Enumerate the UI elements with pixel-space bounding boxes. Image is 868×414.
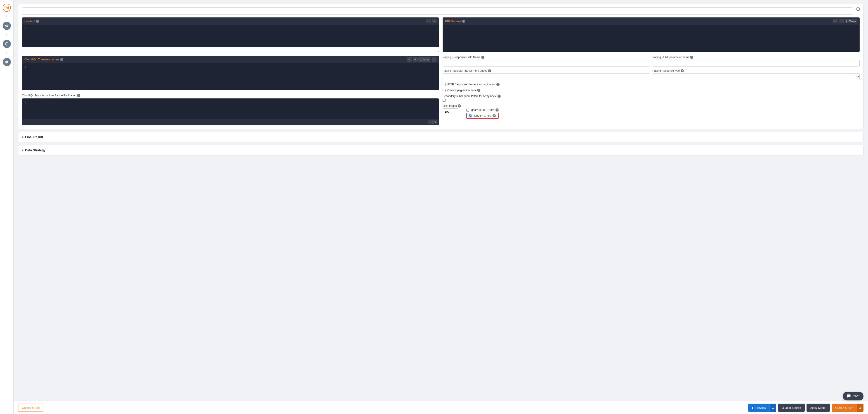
url-params-buttons: ↩ ↪ { } Token — [833, 19, 857, 23]
two-col-headers-params: Headers ? ↩ ↪ 1 — [22, 18, 860, 52]
ignore-http-errors-help[interactable]: ? — [495, 108, 499, 112]
headers-panel: Headers ? ↩ ↪ 1 — [22, 18, 439, 52]
headers-help-icon[interactable]: ? — [36, 20, 39, 23]
cancel-exit-button[interactable]: Cancel & Exit — [18, 404, 43, 412]
paging-url-param-group: Paging - URL parameter name ? — [653, 56, 860, 66]
cloud9ql-pagination-panel: 1 ↩ ↪ — [22, 98, 439, 125]
cloud9ql-editor[interactable]: 1 — [22, 63, 439, 90]
preview-chevron-btn[interactable]: ▲ — [770, 404, 776, 412]
sidebar: {R} — [0, 0, 13, 414]
final-result-header[interactable]: ▾ Final Result — [18, 132, 863, 142]
preview-pagination-label: Preview pagination data — [447, 89, 476, 92]
secondary-post-help[interactable]: ? — [498, 94, 501, 98]
cloud9ql-help-icon[interactable]: ? — [60, 58, 63, 61]
paging-boolean-flag-label-text: Paging - boolean flag for more pages — [442, 69, 487, 72]
eye-svg — [5, 24, 8, 28]
sidebar-eye-icon[interactable] — [3, 22, 11, 30]
chat-button[interactable]: Chat — [843, 392, 864, 401]
paging-url-param-help[interactable]: ? — [690, 56, 693, 59]
limit-pages-row: Limit Pages ? Ignore HTTP Errors ? — [442, 104, 860, 119]
paging-boolean-flag-group: Paging - boolean flag for more pages ? — [442, 69, 650, 80]
retry-on-errors-help[interactable]: ? — [493, 114, 496, 117]
url-params-title-area: URL Params ? — [445, 20, 465, 23]
data-strategy-header[interactable]: ▾ Data Strategy — [18, 145, 863, 155]
http-response-headers-row: HTTP Response Headers for pagination ? — [442, 83, 860, 86]
join-source-label: Join Source — [785, 406, 801, 410]
cloud9ql-pagination-editor[interactable]: 1 — [22, 99, 439, 119]
join-source-button[interactable]: ⊕ Join Source — [778, 404, 805, 412]
paging-response-field-input[interactable] — [442, 60, 650, 66]
db-svg — [5, 42, 8, 46]
retry-on-errors-checkbox[interactable] — [469, 115, 471, 117]
data-strategy-arrow: ▾ — [22, 149, 23, 152]
cloud9ql-pagination-help-icon[interactable]: ? — [77, 94, 80, 97]
ignore-http-errors-checkbox[interactable] — [466, 109, 469, 112]
preview-pagination-row: Preview pagination data ? — [442, 89, 860, 92]
chat-icon — [847, 394, 851, 398]
url-params-undo-btn[interactable]: ↩ — [833, 19, 838, 23]
url-params-redo-btn[interactable]: ↪ — [839, 19, 844, 23]
http-response-headers-help[interactable]: ? — [496, 83, 500, 86]
main-container: Headers ? ↩ ↪ 1 — [13, 0, 868, 414]
secondary-post-checkbox[interactable] — [442, 99, 445, 101]
gear-svg — [5, 60, 8, 64]
paging-url-param-input[interactable] — [653, 60, 860, 66]
paging-row2: Paging - boolean flag for more pages ? P… — [442, 69, 860, 80]
cloud9ql-pagination-redo-btn[interactable]: ↪ — [433, 120, 437, 124]
paging-response-field-help[interactable]: ? — [481, 56, 485, 59]
http-response-headers-checkbox[interactable] — [442, 83, 445, 86]
top-checkbox[interactable] — [857, 7, 860, 11]
sidebar-r-icon[interactable]: {R} — [3, 4, 11, 12]
preview-pagination-help[interactable]: ? — [477, 89, 480, 92]
content-area: Headers ? ↩ ↪ 1 — [13, 0, 868, 401]
paging-response-type-help[interactable]: ? — [681, 69, 684, 72]
preview-btn-group: ▶ Preview ▲ — [748, 404, 776, 412]
create-run-button[interactable]: Create & Run — [832, 404, 857, 412]
paging-boolean-flag-help[interactable]: ? — [488, 69, 491, 72]
cloud9ql-undo-btn[interactable]: ↩ — [407, 57, 412, 62]
url-params-help-icon[interactable]: ? — [462, 20, 465, 23]
preview-button[interactable]: ▶ Preview — [748, 404, 770, 412]
cloud9ql-redo-btn[interactable]: ↪ — [413, 57, 417, 62]
paging-response-type-select[interactable] — [653, 73, 860, 80]
headers-panel-header: Headers ? ↩ ↪ — [22, 18, 439, 25]
cloud9ql-pagination-label: Cloud9QL Transformations for the Paginat… — [22, 94, 439, 97]
headers-undo-btn[interactable]: ↩ — [426, 19, 431, 23]
url-params-token-btn[interactable]: { } Token — [845, 19, 857, 23]
join-source-plus-icon: ⊕ — [782, 406, 784, 410]
sidebar-db-icon[interactable] — [3, 40, 11, 48]
limit-pages-input[interactable] — [442, 108, 458, 115]
create-run-chevron-icon: ▲ — [859, 406, 862, 409]
secondary-post-checkbox-row — [442, 99, 860, 101]
paging-boolean-flag-input[interactable] — [442, 73, 650, 80]
sidebar-gear-icon[interactable] — [3, 58, 11, 66]
top-text-input[interactable] — [22, 7, 853, 15]
url-params-editor[interactable]: 1 — [443, 25, 860, 52]
final-result-section: ▾ Final Result — [18, 132, 864, 142]
create-run-btn-group: Create & Run ▲ — [832, 404, 864, 412]
cloud9ql-token-btn[interactable]: { } Token — [418, 57, 431, 62]
headers-buttons: ↩ ↪ — [426, 19, 436, 23]
top-row — [22, 7, 860, 15]
limit-pages-label-text: Limit Pages — [442, 104, 457, 108]
ignore-retry-group: Ignore HTTP Errors ? Retry on Errors ? — [466, 104, 499, 119]
headers-title-area: Headers ? — [24, 20, 39, 23]
apply-model-button[interactable]: Apply Model — [807, 404, 830, 412]
cloud9ql-panel: Cloud9QL Transformations ? ↩ ↪ { } Token… — [22, 56, 439, 90]
cloud9ql-title-area: Cloud9QL Transformations ? — [24, 58, 63, 61]
headers-line-num: 1 — [24, 27, 28, 31]
paging-row1: Paging - Response Field Name ? Paging - … — [442, 56, 860, 66]
cloud9ql-pagination-undo-btn[interactable]: ↩ — [428, 120, 433, 124]
limit-pages-label: Limit Pages ? — [442, 104, 461, 108]
cloud9ql-expand-btn[interactable]: ⤢ — [432, 57, 436, 62]
paging-response-field-label-text: Paging - Response Field Name — [442, 56, 480, 59]
cloud9ql-panel-header: Cloud9QL Transformations ? ↩ ↪ { } Token… — [22, 56, 439, 63]
preview-pagination-checkbox[interactable] — [442, 89, 445, 92]
create-run-chevron-btn[interactable]: ▲ — [857, 404, 864, 412]
limit-pages-help[interactable]: ? — [458, 104, 461, 108]
url-params-title: URL Params — [445, 20, 461, 23]
preview-play-icon: ▶ — [752, 406, 754, 410]
headers-redo-btn[interactable]: ↪ — [432, 19, 436, 23]
footer: Cancel & Exit ▶ Preview ▲ ⊕ Join Source … — [13, 401, 868, 414]
headers-editor[interactable]: 1 — [22, 25, 439, 47]
